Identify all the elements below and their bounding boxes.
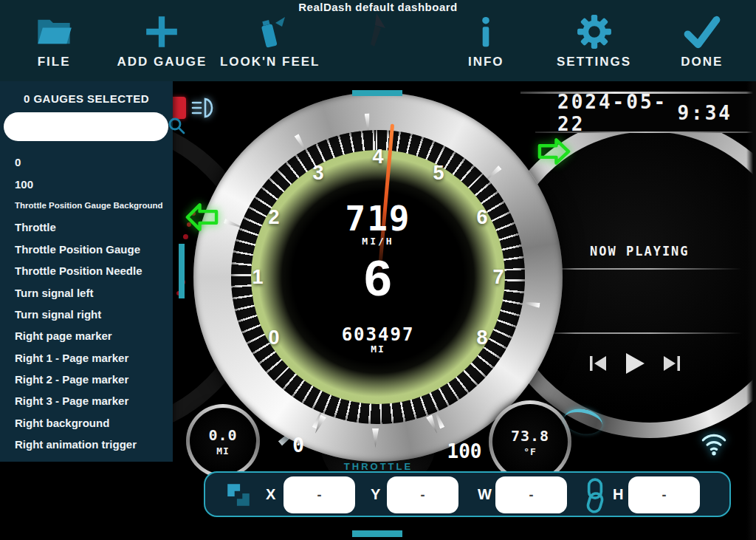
- list-item[interactable]: Right 2 - Page marker: [0, 369, 173, 390]
- h-label: H: [613, 473, 623, 516]
- h-input[interactable]: [628, 476, 700, 513]
- turn-signal-right[interactable]: [537, 137, 571, 170]
- search-input[interactable]: [11, 120, 167, 134]
- dial-number: 3: [312, 162, 323, 185]
- search-box: [4, 112, 168, 141]
- gear-indicator: 6: [193, 249, 563, 307]
- y-input[interactable]: [387, 476, 458, 513]
- list-item[interactable]: Turn signal left: [0, 281, 173, 303]
- trip-unit: MI: [216, 445, 230, 457]
- gauges-selected-header: 0 GAUGES SELECTED: [0, 92, 173, 105]
- spray-icon: [252, 10, 288, 53]
- done-button[interactable]: DONE: [648, 10, 756, 69]
- dashboard-canvas[interactable]: 2024-05-22 9:34 NOW PLAYING: [0, 81, 756, 540]
- list-item[interactable]: Right background: [0, 412, 173, 434]
- list-item[interactable]: 0: [0, 151, 173, 173]
- list-item[interactable]: Right page marker: [0, 325, 173, 346]
- play-button[interactable]: [624, 353, 646, 374]
- wifi-icon: [698, 430, 729, 459]
- hidden-tool-icon: [324, 10, 432, 69]
- settings-button[interactable]: SETTINGS: [540, 10, 647, 69]
- w-label: W: [478, 473, 492, 516]
- time-display: 9:34: [677, 102, 732, 124]
- list-item[interactable]: Throttle: [0, 216, 173, 238]
- trip-gauge[interactable]: 0.0 MI: [186, 404, 260, 478]
- gauge-list: 0 100 Throttle Position Gauge Background…: [0, 151, 173, 455]
- page-marker-top[interactable]: [352, 90, 402, 96]
- plus-icon: [143, 10, 180, 53]
- y-label: Y: [371, 473, 380, 516]
- list-item[interactable]: 100: [0, 173, 173, 194]
- toolbar: RealDash default dashboard FILE ADD GAUG…: [0, 0, 756, 81]
- list-item[interactable]: Right animation trigger: [0, 434, 173, 455]
- media-divider: [538, 332, 742, 334]
- dial-number: 5: [433, 162, 444, 185]
- list-item[interactable]: Throttle Position Gauge: [0, 239, 173, 260]
- throttle-label: THROTTLE: [325, 461, 432, 472]
- check-icon: [683, 10, 721, 53]
- temperature-unit: °F: [523, 446, 537, 457]
- position-inspector-bar: X Y W H: [204, 471, 731, 517]
- resize-icon[interactable]: [224, 481, 252, 512]
- list-item[interactable]: Turn signal right: [0, 304, 173, 325]
- file-button[interactable]: FILE: [0, 10, 108, 69]
- info-button[interactable]: INFO: [432, 10, 540, 69]
- x-input[interactable]: [284, 476, 355, 513]
- lookn-feel-button[interactable]: LOOK'N FEEL: [216, 10, 324, 69]
- search-icon[interactable]: [167, 116, 186, 138]
- gear-icon: [576, 10, 613, 53]
- speed-unit: MI/H: [193, 236, 563, 247]
- dial-number: 4: [372, 146, 383, 168]
- x-label: X: [266, 473, 275, 516]
- odometer-value: 603497: [193, 324, 563, 345]
- next-track-button[interactable]: [661, 353, 683, 374]
- list-item[interactable]: Throttle Position Needle: [0, 260, 173, 281]
- folder-icon: [35, 10, 73, 53]
- list-item[interactable]: Right 3 - Page marker: [0, 390, 173, 411]
- media-controls: [587, 353, 683, 374]
- throttle-min-label: 0: [284, 434, 313, 457]
- gauge-list-sidebar: 0 GAUGES SELECTED 0 100 Throttle Positio…: [0, 81, 173, 462]
- throttle-max-label: 100: [441, 440, 488, 462]
- list-item[interactable]: Throttle Position Gauge Background: [0, 195, 173, 216]
- datetime-panel[interactable]: 2024-05-22 9:34: [550, 94, 756, 131]
- temperature-value: 73.8: [511, 427, 549, 445]
- previous-track-button[interactable]: [587, 353, 609, 374]
- speed-value: 719: [193, 199, 563, 239]
- turn-signal-left[interactable]: [185, 200, 219, 237]
- right-edge-shade: [746, 81, 756, 540]
- realdash-editor: RealDash default dashboard FILE ADD GAUG…: [0, 0, 756, 540]
- link-icon[interactable]: [583, 478, 607, 516]
- now-playing-label: NOW PLAYING: [590, 244, 690, 259]
- odometer-unit: MI: [193, 344, 563, 355]
- list-item[interactable]: Right 1 - Page marker: [0, 347, 173, 369]
- toolbar-row: FILE ADD GAUGE LOOK'N FEEL: [0, 10, 756, 69]
- add-gauge-button[interactable]: ADD GAUGE: [108, 10, 216, 69]
- trip-value: 0.0: [208, 426, 237, 444]
- page-marker-left[interactable]: [179, 244, 185, 298]
- media-divider: [538, 268, 742, 270]
- date-display: 2024-05-22: [557, 91, 677, 135]
- w-input[interactable]: [495, 476, 567, 513]
- info-icon: [469, 10, 503, 53]
- page-marker-bottom[interactable]: [352, 530, 402, 537]
